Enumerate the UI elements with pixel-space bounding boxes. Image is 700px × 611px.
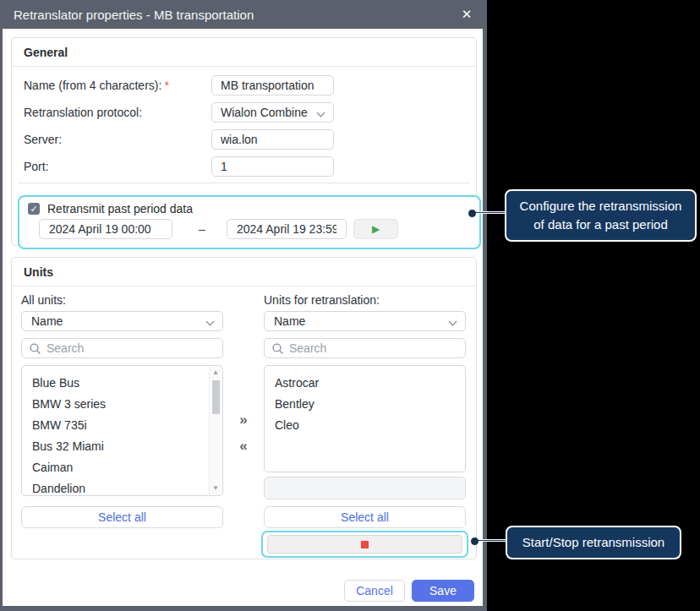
dialog-titlebar: Retranslator properties - MB transportat… (0, 0, 487, 29)
cancel-button[interactable]: Cancel (344, 580, 405, 602)
move-left-icon[interactable]: « (231, 436, 256, 456)
general-separator (19, 183, 469, 183)
close-icon[interactable]: ✕ (458, 6, 475, 23)
all-units-search[interactable] (21, 338, 223, 358)
list-item[interactable]: Blue Bus (22, 373, 222, 394)
stop-button-highlight-box (261, 531, 468, 558)
retransmission-progress-bar (264, 477, 466, 499)
protocol-row: Retranslation protocol: Wialon Combine (24, 102, 464, 123)
retransmit-checkbox[interactable]: ✓ (28, 203, 40, 215)
retranslation-units-sort-value: Name (274, 314, 305, 328)
all-units-sort-value: Name (31, 314, 63, 328)
date-range-dash: – (187, 219, 217, 239)
past-period-highlight-box: ✓ Retransmit past period data – ▶ (18, 195, 481, 249)
callout-start-stop: Start/Stop retransmission (506, 526, 681, 559)
retranslation-units-search-input[interactable] (289, 341, 457, 355)
search-icon (30, 343, 41, 354)
start-stop-retransmission-button[interactable] (267, 535, 462, 554)
name-input[interactable] (211, 75, 334, 95)
retransmit-checkbox-label[interactable]: Retransmit past period data (47, 202, 193, 215)
server-row: Server: (24, 129, 464, 150)
port-input[interactable] (211, 156, 334, 177)
all-units-scrollbar[interactable]: ▲ ▼ (209, 367, 221, 494)
period-to-input[interactable] (227, 219, 347, 239)
scroll-up-icon[interactable]: ▲ (212, 367, 219, 379)
list-item[interactable]: BMW 3 series (22, 394, 222, 415)
units-section: Units All units: Name Blue BusBMW 3 seri… (11, 257, 477, 559)
units-for-retranslation-label: Units for retranslation: (264, 293, 466, 307)
list-item[interactable]: Bus 32 Miami (22, 436, 222, 457)
retranslation-units-search[interactable] (264, 338, 466, 358)
units-section-title: Units (12, 258, 476, 286)
save-button[interactable]: Save (412, 580, 474, 602)
callout-past-period: Configure the retransmission of data for… (505, 189, 697, 242)
general-section: General Name (from 4 characters): * Retr… (11, 37, 477, 246)
port-label: Port: (24, 160, 49, 173)
retranslator-properties-dialog: Retranslator properties - MB transportat… (0, 0, 487, 611)
server-input[interactable] (211, 129, 334, 150)
play-icon: ▶ (372, 224, 380, 234)
list-item[interactable]: Bentley (265, 394, 465, 415)
stop-icon (361, 541, 369, 548)
all-units-sort-select[interactable]: Name (21, 311, 223, 331)
protocol-label: Retranslation protocol: (24, 106, 142, 119)
all-units-list-items: Blue BusBMW 3 seriesBMW 735iBus 32 Miami… (22, 373, 222, 496)
chevron-down-icon (317, 109, 325, 117)
period-from-input[interactable] (39, 219, 172, 239)
list-item[interactable]: Dandelion (22, 478, 222, 496)
port-row: Port: (24, 156, 464, 177)
callout-connector-dot (471, 537, 479, 545)
list-item[interactable]: Cleo (265, 415, 465, 436)
scroll-down-icon[interactable]: ▼ (212, 483, 219, 494)
retranslation-units-select-all-button[interactable]: Select all (264, 506, 466, 528)
all-units-search-input[interactable] (46, 341, 215, 355)
search-icon (272, 343, 283, 354)
name-row: Name (from 4 characters): * (24, 75, 464, 95)
list-item[interactable]: Astrocar (265, 373, 465, 394)
name-label: Name (from 4 characters): (24, 79, 161, 92)
all-units-list: Blue BusBMW 3 seriesBMW 735iBus 32 Miami… (21, 365, 223, 496)
server-label: Server: (24, 133, 62, 146)
all-units-label: All units: (21, 293, 223, 307)
scrollbar-thumb[interactable] (212, 380, 220, 414)
dialog-footer: Cancel Save (344, 580, 474, 602)
past-period-header: ✓ Retransmit past period data (28, 202, 193, 215)
dialog-title: Retranslator properties - MB transportat… (14, 8, 254, 22)
chevron-down-icon (449, 318, 457, 326)
list-item[interactable]: BMW 735i (22, 415, 222, 436)
retranslation-units-list-items: AstrocarBentleyCleo (265, 373, 465, 436)
start-past-retransmission-button[interactable]: ▶ (353, 219, 398, 239)
general-form: Name (from 4 characters): * Retranslatio… (24, 75, 464, 183)
chevron-down-icon (206, 318, 215, 326)
protocol-selected-value: Wialon Combine (221, 106, 308, 119)
protocol-select[interactable]: Wialon Combine (211, 102, 334, 123)
retranslation-units-list: AstrocarBentleyCleo (264, 365, 466, 472)
retranslation-units-sort-select[interactable]: Name (264, 311, 466, 331)
dialog-body: General Name (from 4 characters): * Retr… (3, 29, 483, 606)
move-right-icon[interactable]: » (231, 410, 256, 430)
callout-connector-dot (468, 210, 476, 217)
general-section-title: General (12, 38, 476, 67)
list-item[interactable]: Caiman (22, 457, 222, 478)
required-asterisk: * (164, 79, 168, 92)
all-units-select-all-button[interactable]: Select all (21, 506, 223, 528)
